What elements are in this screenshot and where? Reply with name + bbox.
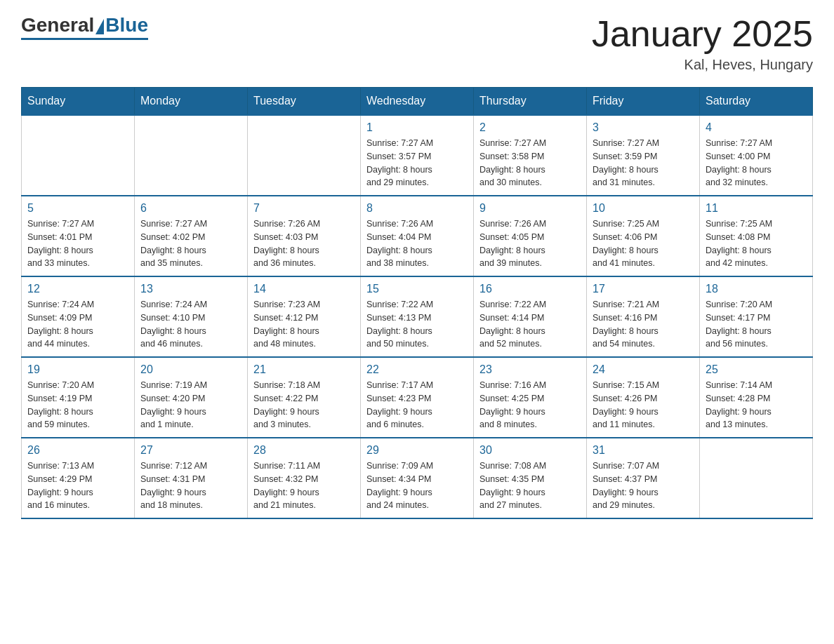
calendar-header-thursday: Thursday (474, 88, 587, 116)
calendar-cell (22, 115, 135, 196)
day-info: Sunrise: 7:21 AMSunset: 4:16 PMDaylight:… (593, 298, 694, 351)
calendar-cell: 4Sunrise: 7:27 AMSunset: 4:00 PMDaylight… (700, 115, 813, 196)
day-number: 25 (706, 363, 807, 376)
day-info: Sunrise: 7:08 AMSunset: 4:35 PMDaylight:… (479, 459, 581, 512)
day-number: 31 (593, 444, 694, 457)
day-number: 5 (27, 202, 128, 215)
day-number: 14 (253, 283, 355, 295)
calendar-cell: 13Sunrise: 7:24 AMSunset: 4:10 PMDayligh… (135, 276, 248, 357)
day-number: 27 (140, 444, 241, 457)
day-info: Sunrise: 7:14 AMSunset: 4:28 PMDaylight:… (706, 379, 807, 431)
calendar-cell: 10Sunrise: 7:25 AMSunset: 4:06 PMDayligh… (587, 196, 700, 276)
day-info: Sunrise: 7:18 AMSunset: 4:22 PMDaylight:… (253, 379, 355, 431)
calendar-cell: 14Sunrise: 7:23 AMSunset: 4:12 PMDayligh… (248, 276, 361, 357)
day-info: Sunrise: 7:17 AMSunset: 4:23 PMDaylight:… (366, 379, 468, 431)
day-number: 23 (479, 363, 581, 376)
calendar-header-row: SundayMondayTuesdayWednesdayThursdayFrid… (22, 88, 813, 116)
day-number: 24 (593, 363, 694, 376)
calendar-cell: 8Sunrise: 7:26 AMSunset: 4:04 PMDaylight… (361, 196, 474, 276)
day-number: 8 (366, 202, 468, 215)
day-info: Sunrise: 7:22 AMSunset: 4:14 PMDaylight:… (479, 298, 581, 351)
calendar-table: SundayMondayTuesdayWednesdayThursdayFrid… (21, 87, 813, 519)
calendar-cell: 25Sunrise: 7:14 AMSunset: 4:28 PMDayligh… (700, 357, 813, 438)
day-number: 6 (140, 202, 241, 215)
day-number: 1 (366, 121, 468, 134)
day-number: 28 (253, 444, 355, 457)
day-number: 7 (253, 202, 355, 215)
calendar-cell: 9Sunrise: 7:26 AMSunset: 4:05 PMDaylight… (474, 196, 587, 276)
day-info: Sunrise: 7:11 AMSunset: 4:32 PMDaylight:… (253, 459, 355, 512)
logo-underline (21, 38, 148, 40)
calendar-cell: 31Sunrise: 7:07 AMSunset: 4:37 PMDayligh… (587, 438, 700, 518)
day-number: 11 (706, 202, 807, 215)
day-info: Sunrise: 7:20 AMSunset: 4:17 PMDaylight:… (706, 298, 807, 351)
day-number: 30 (479, 444, 581, 457)
calendar-cell: 11Sunrise: 7:25 AMSunset: 4:08 PMDayligh… (700, 196, 813, 276)
day-number: 21 (253, 363, 355, 376)
calendar-cell: 26Sunrise: 7:13 AMSunset: 4:29 PMDayligh… (22, 438, 135, 518)
calendar-cell: 23Sunrise: 7:16 AMSunset: 4:25 PMDayligh… (474, 357, 587, 438)
calendar-cell: 22Sunrise: 7:17 AMSunset: 4:23 PMDayligh… (361, 357, 474, 438)
day-info: Sunrise: 7:24 AMSunset: 4:10 PMDaylight:… (140, 298, 241, 351)
calendar-cell: 30Sunrise: 7:08 AMSunset: 4:35 PMDayligh… (474, 438, 587, 518)
day-info: Sunrise: 7:27 AMSunset: 3:59 PMDaylight:… (593, 137, 694, 189)
calendar-header-tuesday: Tuesday (248, 88, 361, 116)
logo: General Blue (21, 14, 148, 40)
calendar-week-row: 1Sunrise: 7:27 AMSunset: 3:57 PMDaylight… (22, 115, 813, 196)
calendar-cell (248, 115, 361, 196)
calendar-subtitle: Kal, Heves, Hungary (592, 57, 813, 73)
day-info: Sunrise: 7:26 AMSunset: 4:04 PMDaylight:… (366, 217, 468, 270)
day-number: 29 (366, 444, 468, 457)
calendar-cell: 5Sunrise: 7:27 AMSunset: 4:01 PMDaylight… (22, 196, 135, 276)
day-info: Sunrise: 7:27 AMSunset: 4:00 PMDaylight:… (706, 137, 807, 189)
calendar-header-wednesday: Wednesday (361, 88, 474, 116)
day-info: Sunrise: 7:07 AMSunset: 4:37 PMDaylight:… (593, 459, 694, 512)
page-header: General Blue January 2025 Kal, Heves, Hu… (21, 14, 813, 73)
day-info: Sunrise: 7:09 AMSunset: 4:34 PMDaylight:… (366, 459, 468, 512)
calendar-cell (700, 438, 813, 518)
calendar-cell: 12Sunrise: 7:24 AMSunset: 4:09 PMDayligh… (22, 276, 135, 357)
day-info: Sunrise: 7:19 AMSunset: 4:20 PMDaylight:… (140, 379, 241, 431)
calendar-title: January 2025 (592, 14, 813, 54)
day-info: Sunrise: 7:16 AMSunset: 4:25 PMDaylight:… (479, 379, 581, 431)
day-number: 20 (140, 363, 241, 376)
calendar-week-row: 19Sunrise: 7:20 AMSunset: 4:19 PMDayligh… (22, 357, 813, 438)
calendar-cell: 16Sunrise: 7:22 AMSunset: 4:14 PMDayligh… (474, 276, 587, 357)
logo-flag-icon (95, 19, 104, 34)
day-number: 12 (27, 283, 128, 295)
calendar-cell: 19Sunrise: 7:20 AMSunset: 4:19 PMDayligh… (22, 357, 135, 438)
day-info: Sunrise: 7:22 AMSunset: 4:13 PMDaylight:… (366, 298, 468, 351)
calendar-week-row: 26Sunrise: 7:13 AMSunset: 4:29 PMDayligh… (22, 438, 813, 518)
calendar-cell: 7Sunrise: 7:26 AMSunset: 4:03 PMDaylight… (248, 196, 361, 276)
calendar-week-row: 12Sunrise: 7:24 AMSunset: 4:09 PMDayligh… (22, 276, 813, 357)
day-info: Sunrise: 7:27 AMSunset: 3:58 PMDaylight:… (479, 137, 581, 189)
calendar-cell: 24Sunrise: 7:15 AMSunset: 4:26 PMDayligh… (587, 357, 700, 438)
calendar-cell: 2Sunrise: 7:27 AMSunset: 3:58 PMDaylight… (474, 115, 587, 196)
day-number: 16 (479, 283, 581, 295)
logo-general-text: General (21, 14, 94, 36)
day-number: 17 (593, 283, 694, 295)
day-number: 13 (140, 283, 241, 295)
day-info: Sunrise: 7:23 AMSunset: 4:12 PMDaylight:… (253, 298, 355, 351)
calendar-cell: 3Sunrise: 7:27 AMSunset: 3:59 PMDaylight… (587, 115, 700, 196)
calendar-cell: 27Sunrise: 7:12 AMSunset: 4:31 PMDayligh… (135, 438, 248, 518)
calendar-cell: 6Sunrise: 7:27 AMSunset: 4:02 PMDaylight… (135, 196, 248, 276)
day-info: Sunrise: 7:27 AMSunset: 4:02 PMDaylight:… (140, 217, 241, 270)
day-info: Sunrise: 7:13 AMSunset: 4:29 PMDaylight:… (27, 459, 128, 512)
day-info: Sunrise: 7:15 AMSunset: 4:26 PMDaylight:… (593, 379, 694, 431)
day-number: 3 (593, 121, 694, 134)
calendar-cell: 18Sunrise: 7:20 AMSunset: 4:17 PMDayligh… (700, 276, 813, 357)
calendar-cell: 17Sunrise: 7:21 AMSunset: 4:16 PMDayligh… (587, 276, 700, 357)
day-info: Sunrise: 7:24 AMSunset: 4:09 PMDaylight:… (27, 298, 128, 351)
calendar-cell: 28Sunrise: 7:11 AMSunset: 4:32 PMDayligh… (248, 438, 361, 518)
day-info: Sunrise: 7:25 AMSunset: 4:06 PMDaylight:… (593, 217, 694, 270)
day-number: 22 (366, 363, 468, 376)
day-info: Sunrise: 7:27 AMSunset: 3:57 PMDaylight:… (366, 137, 468, 189)
calendar-header-friday: Friday (587, 88, 700, 116)
day-info: Sunrise: 7:26 AMSunset: 4:03 PMDaylight:… (253, 217, 355, 270)
day-info: Sunrise: 7:25 AMSunset: 4:08 PMDaylight:… (706, 217, 807, 270)
day-number: 2 (479, 121, 581, 134)
calendar-cell: 29Sunrise: 7:09 AMSunset: 4:34 PMDayligh… (361, 438, 474, 518)
day-info: Sunrise: 7:12 AMSunset: 4:31 PMDaylight:… (140, 459, 241, 512)
day-info: Sunrise: 7:20 AMSunset: 4:19 PMDaylight:… (27, 379, 128, 431)
